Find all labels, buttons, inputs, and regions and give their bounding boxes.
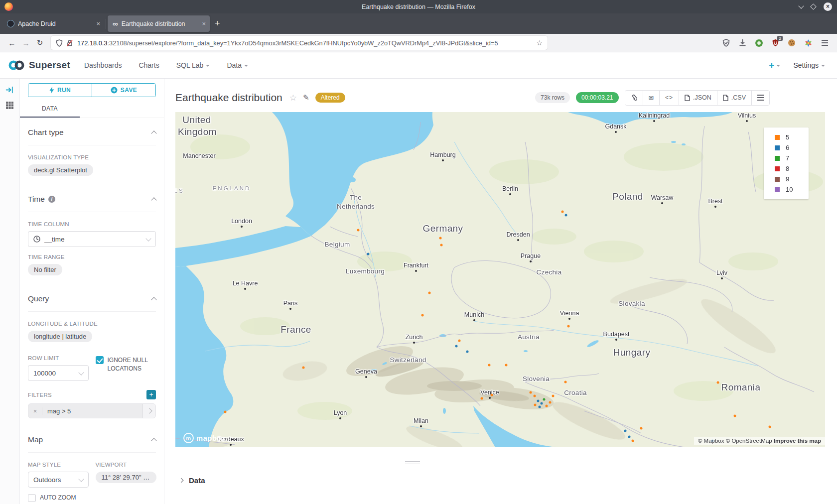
save-button[interactable]: SAVE bbox=[92, 84, 155, 97]
legend-item[interactable]: 7 bbox=[769, 153, 804, 163]
tab-close-icon[interactable]: × bbox=[202, 20, 206, 27]
tab-earthquake-distribution[interactable]: ∞ Earthquake distribution × bbox=[108, 15, 210, 32]
downloads-icon[interactable] bbox=[738, 38, 747, 47]
section-title: Map bbox=[28, 435, 43, 444]
export-json-button[interactable]: .JSON bbox=[679, 91, 717, 105]
lonlat-label: LONGITUDE & LATITUDE bbox=[28, 321, 156, 327]
ignore-null-checkbox[interactable] bbox=[96, 356, 104, 364]
window-maximize-icon[interactable] bbox=[810, 3, 817, 10]
superset-brand[interactable]: Superset bbox=[8, 60, 70, 71]
scatter-point bbox=[561, 211, 564, 213]
settings-label: Settings bbox=[793, 61, 819, 69]
attribution-text: © Mapbox © OpenStreetMap bbox=[698, 438, 772, 444]
reload-button[interactable]: ↻ bbox=[33, 38, 47, 47]
map-style-select[interactable]: Outdoors bbox=[28, 472, 89, 488]
ublock-icon[interactable]: 2 bbox=[771, 38, 780, 47]
viewport-value[interactable]: 11° 28' 29.70" | 50... bbox=[96, 472, 156, 483]
nav-charts[interactable]: Charts bbox=[139, 61, 159, 69]
row-limit-label: ROW LIMIT bbox=[28, 355, 89, 361]
url-toolbar: ← → ↻ 172.18.0.3:32108/superset/explore/… bbox=[0, 34, 837, 52]
datasource-grid-icon[interactable] bbox=[5, 101, 14, 110]
section-query[interactable]: Query bbox=[28, 284, 156, 312]
chevron-up-icon bbox=[151, 130, 156, 136]
window-close-icon[interactable]: × bbox=[824, 2, 832, 11]
tab-data[interactable]: DATA bbox=[20, 101, 80, 118]
section-title: Query bbox=[28, 294, 49, 303]
legend-item[interactable]: 5 bbox=[769, 132, 804, 142]
legend-label: 5 bbox=[786, 133, 789, 141]
viz-type-value[interactable]: deck.gl Scatterplot bbox=[28, 164, 93, 176]
mapbox-logo[interactable]: m mapbox bbox=[183, 433, 226, 443]
section-map[interactable]: Map bbox=[28, 425, 156, 453]
ignore-null-checkbox-row[interactable]: IGNORE NULL LOCATIONS bbox=[96, 356, 156, 374]
row-limit-select[interactable]: 100000 bbox=[28, 365, 89, 381]
tab-separator bbox=[106, 19, 106, 29]
legend-item[interactable]: 9 bbox=[769, 174, 804, 184]
filter-value: mag > 5 bbox=[42, 407, 142, 415]
section-chart-type[interactable]: Chart type bbox=[28, 118, 156, 145]
email-button[interactable]: ✉ bbox=[643, 91, 659, 105]
nav-data[interactable]: Data bbox=[227, 61, 248, 69]
superset-logo-icon bbox=[8, 60, 25, 71]
legend-item[interactable]: 10 bbox=[769, 184, 804, 195]
improve-map-link[interactable]: Improve this map bbox=[774, 438, 821, 444]
window-minimize-icon[interactable] bbox=[798, 3, 804, 8]
auto-zoom-checkbox-row[interactable]: AUTO ZOOM bbox=[28, 494, 156, 502]
settings-menu[interactable]: Settings bbox=[793, 61, 825, 69]
export-csv-button[interactable]: .CSV bbox=[717, 91, 751, 105]
chart-menu-button[interactable] bbox=[751, 91, 769, 105]
time-range-value[interactable]: No filter bbox=[28, 264, 62, 275]
extension-green-icon[interactable] bbox=[754, 38, 763, 47]
chevron-down-icon bbox=[78, 476, 84, 482]
left-icon-strip bbox=[0, 79, 20, 504]
lonlat-value[interactable]: longitude | latitude bbox=[28, 331, 92, 342]
expand-dataset-panel-icon[interactable] bbox=[5, 86, 14, 94]
new-item-button[interactable]: + bbox=[769, 60, 780, 71]
filter-item[interactable]: × mag > 5 bbox=[28, 403, 156, 418]
copy-link-button[interactable] bbox=[625, 91, 643, 105]
code-icon: <> bbox=[665, 94, 673, 101]
nav-dashboards[interactable]: Dashboards bbox=[84, 61, 122, 69]
protections-shield-icon[interactable] bbox=[721, 38, 730, 47]
scatter-point bbox=[534, 395, 536, 397]
data-panel-toggle[interactable]: Data bbox=[179, 476, 837, 485]
tab-close-icon[interactable]: × bbox=[96, 20, 100, 27]
run-label: RUN bbox=[57, 87, 71, 94]
chevron-up-icon bbox=[151, 197, 156, 203]
nav-label: Charts bbox=[139, 61, 159, 69]
section-time[interactable]: Timei bbox=[28, 185, 156, 212]
bookmark-star-icon[interactable]: ☆ bbox=[536, 39, 543, 47]
deckgl-map-canvas[interactable]: UnitedKingdomManchesterENGLANDESLondonLe… bbox=[175, 112, 825, 447]
cookie-extension-icon[interactable] bbox=[787, 38, 796, 47]
tab-label: Earthquake distribution bbox=[122, 20, 199, 27]
pinwheel-extension-icon[interactable] bbox=[804, 38, 813, 47]
nav-sql-lab[interactable]: SQL Lab bbox=[176, 61, 210, 69]
add-filter-button[interactable]: + bbox=[146, 390, 156, 399]
legend-item[interactable]: 6 bbox=[769, 142, 804, 153]
auto-zoom-checkbox[interactable] bbox=[28, 494, 36, 502]
forward-button[interactable]: → bbox=[19, 39, 33, 47]
run-button[interactable]: RUN bbox=[28, 84, 92, 97]
scatter-point bbox=[769, 426, 771, 428]
insecure-lock-icon[interactable] bbox=[66, 39, 73, 47]
chevron-down-icon bbox=[776, 65, 780, 67]
south-pane-resize-handle[interactable] bbox=[405, 461, 420, 464]
back-button[interactable]: ← bbox=[5, 39, 19, 47]
url-input[interactable]: 172.18.0.3:32108/superset/explore/?form_… bbox=[51, 36, 548, 50]
favorite-star-icon[interactable]: ☆ bbox=[289, 93, 297, 103]
save-label: SAVE bbox=[121, 87, 137, 94]
embed-code-button[interactable]: <> bbox=[659, 91, 679, 105]
legend-item[interactable]: 8 bbox=[769, 163, 804, 174]
scatter-point bbox=[640, 427, 643, 430]
menu-hamburger-icon[interactable] bbox=[820, 38, 829, 47]
shield-permissions-icon[interactable] bbox=[56, 39, 63, 47]
scatter-point bbox=[541, 402, 543, 405]
new-tab-button[interactable]: + bbox=[215, 18, 220, 29]
expand-filter-icon[interactable] bbox=[142, 404, 155, 418]
remove-filter-icon[interactable]: × bbox=[28, 407, 42, 415]
tab-apache-druid[interactable]: Apache Druid × bbox=[2, 15, 104, 32]
chart-area: Earthquake distribution ☆ ✎ Altered 73k … bbox=[164, 79, 837, 504]
edit-properties-icon[interactable]: ✎ bbox=[303, 93, 309, 102]
superset-navbar: Superset Dashboards Charts SQL Lab Data … bbox=[0, 52, 837, 79]
time-column-select[interactable]: __time bbox=[28, 231, 156, 247]
